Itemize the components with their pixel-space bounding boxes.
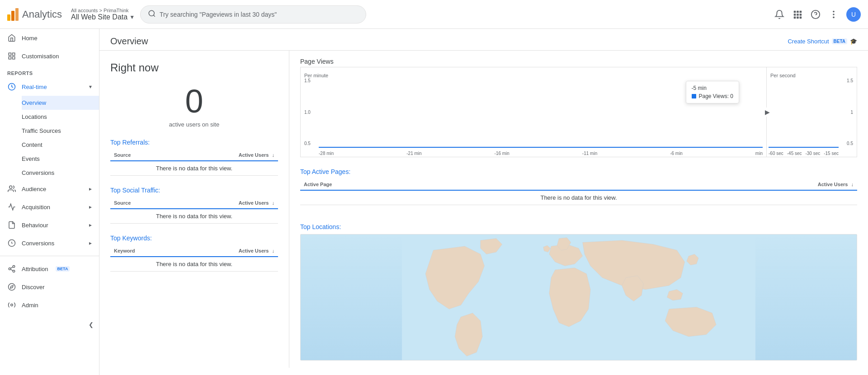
svg-rect-10	[800, 16, 802, 19]
svg-point-21	[9, 186, 12, 188]
sidebar-item-customisation[interactable]: Customisation	[0, 47, 99, 65]
svg-point-13	[833, 10, 835, 12]
content-header: Overview Create Shortcut BETA 🎓	[99, 29, 868, 51]
attribution-icon	[7, 264, 16, 273]
sidebar-item-traffic-sources[interactable]: Traffic Sources	[22, 124, 99, 138]
sidebar-item-admin[interactable]: Admin	[0, 296, 99, 314]
x-axis-sec: -60 sec -45 sec -30 sec -15 sec	[769, 151, 839, 156]
logo-bar-1	[7, 14, 10, 21]
table-row: There is no data for this view.	[110, 257, 278, 272]
avatar[interactable]: U	[846, 7, 861, 22]
y-label-1-5: 1.5	[304, 78, 311, 83]
discover-label: Discover	[22, 284, 45, 291]
social-col-users: Active Users ↓	[170, 197, 278, 209]
x-sec-30: -30 sec	[805, 151, 820, 156]
svg-rect-19	[9, 57, 11, 59]
svg-rect-3	[797, 10, 799, 13]
sidebar-item-overview[interactable]: Overview	[22, 96, 99, 110]
page-views-section: Page Views Per minute 1.5 1.0 0.5	[300, 58, 857, 157]
x-sec-45: -45 sec	[787, 151, 802, 156]
svg-rect-16	[9, 53, 11, 55]
sidebar-item-acquisition[interactable]: Acquisition ▸	[0, 198, 99, 216]
right-panel: Page Views Per minute 1.5 1.0 0.5	[289, 51, 868, 368]
logo-area: Analytics	[7, 8, 62, 21]
svg-rect-4	[800, 10, 802, 13]
analytics-logo	[7, 8, 19, 21]
account-path: All accounts > PrimaThink	[71, 8, 135, 13]
svg-line-1	[154, 15, 155, 16]
table-row: There is no data for this view.	[300, 190, 857, 205]
events-label: Events	[22, 155, 40, 162]
svg-line-27	[10, 267, 13, 268]
y-axis-main: 1.5 1.0 0.5	[304, 78, 311, 146]
sidebar-item-locations[interactable]: Locations	[22, 110, 99, 124]
create-shortcut-button[interactable]: Create Shortcut BETA 🎓	[788, 38, 857, 45]
top-referrals-title[interactable]: Top Referrals:	[110, 139, 278, 146]
attribution-beta-badge: BETA	[56, 266, 70, 272]
traffic-sources-label: Traffic Sources	[22, 127, 61, 134]
right-now-title: Right now	[110, 61, 278, 74]
left-panel: Right now 0 active users on site Top Ref…	[99, 51, 289, 368]
customisation-icon	[7, 52, 16, 61]
page-title: Overview	[110, 36, 148, 47]
sidebar-item-content[interactable]: Content	[22, 138, 99, 152]
property-selector[interactable]: All Web Site Data ▼	[71, 13, 135, 21]
sidebar-item-attribution[interactable]: Attribution BETA	[0, 260, 99, 278]
sidebar-item-conversions[interactable]: Conversions ▸	[0, 234, 99, 252]
admin-label: Admin	[22, 302, 38, 309]
sidebar-item-realtime[interactable]: Real-time ▾	[0, 78, 99, 96]
active-pages-col-users: Active Users ↓	[690, 179, 857, 190]
home-label: Home	[22, 35, 38, 42]
world-map	[300, 234, 857, 361]
active-pages-no-data: There is no data for this view.	[300, 190, 857, 205]
svg-point-14	[833, 14, 835, 15]
logo-bar-3	[15, 8, 19, 21]
help-icon[interactable]	[810, 9, 821, 20]
logo-bar-2	[11, 11, 14, 21]
top-active-pages-title[interactable]: Top Active Pages:	[300, 168, 857, 175]
search-placeholder: Try searching "Pageviews in last 30 days…	[160, 11, 277, 18]
sidebar-collapse-button[interactable]: ❮	[0, 318, 99, 332]
top-keywords-title[interactable]: Top Keywords:	[110, 234, 278, 242]
social-col-source: Source	[110, 197, 170, 209]
property-dropdown-icon: ▼	[129, 14, 135, 20]
audience-expand-icon: ▸	[89, 186, 92, 192]
audience-icon	[7, 184, 16, 193]
svg-point-25	[13, 270, 15, 272]
referrals-col-source: Source	[110, 150, 170, 161]
apps-icon[interactable]	[792, 9, 803, 20]
notifications-icon[interactable]	[774, 9, 785, 20]
home-icon	[7, 33, 16, 42]
svg-rect-17	[13, 53, 15, 55]
referrals-col-users: Active Users ↓	[170, 150, 278, 161]
top-locations-title[interactable]: Top Locations:	[300, 223, 857, 230]
sidebar-item-events[interactable]: Events	[22, 152, 99, 166]
sidebar-item-conversions-realtime[interactable]: Conversions	[22, 166, 99, 180]
sidebar-item-behaviour[interactable]: Behaviour ▸	[0, 216, 99, 234]
acquisition-expand-icon: ▸	[89, 204, 92, 210]
content-area: Overview Create Shortcut BETA 🎓 Right no…	[99, 29, 868, 375]
sidebar-item-discover[interactable]: Discover	[0, 278, 99, 296]
main-layout: Home Customisation REPORTS Real-time ▾ O…	[0, 29, 868, 375]
svg-rect-9	[797, 16, 799, 19]
table-row: There is no data for this view.	[110, 209, 278, 224]
account-info: All accounts > PrimaThink All Web Site D…	[71, 8, 135, 21]
chart-main: Per minute 1.5 1.0 0.5	[301, 67, 766, 157]
more-options-icon[interactable]	[828, 9, 839, 20]
customisation-label: Customisation	[22, 53, 59, 60]
search-bar[interactable]: Try searching "Pageviews in last 30 days…	[140, 5, 366, 23]
reports-section-label: REPORTS	[0, 65, 99, 78]
svg-line-26	[10, 269, 13, 271]
tooltip-dot	[692, 94, 696, 98]
conversions-icon	[7, 239, 16, 248]
tooltip-label: Page Views: 0	[699, 93, 734, 99]
x-label-11: -11 min	[582, 151, 597, 156]
discover-icon	[7, 282, 16, 291]
x-sec-60: -60 sec	[769, 151, 783, 156]
sec-chart-plot	[769, 76, 839, 148]
top-social-title[interactable]: Top Social Traffic:	[110, 187, 278, 194]
y-label-1-0: 1.0	[304, 110, 311, 115]
sidebar-item-audience[interactable]: Audience ▸	[0, 180, 99, 198]
sidebar-item-home[interactable]: Home	[0, 29, 99, 47]
x-sec-15: -15 sec	[824, 151, 839, 156]
